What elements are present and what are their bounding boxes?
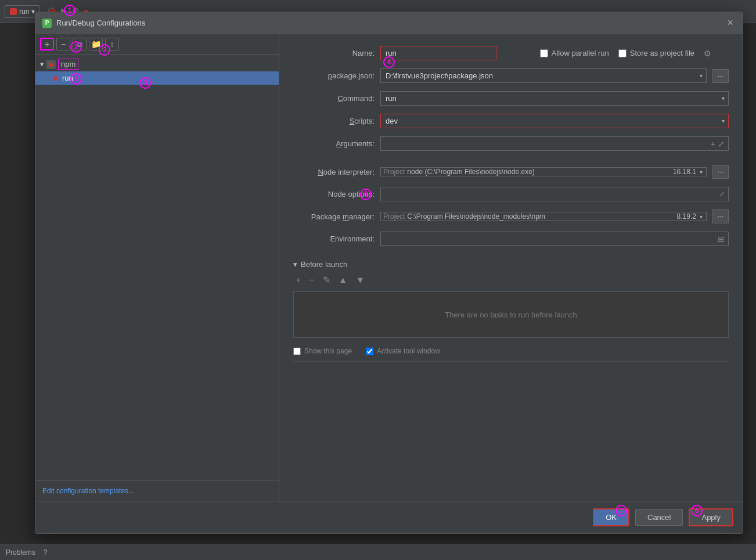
env-input-wrapper: ⊞ [380,232,729,246]
name-label: Name: [293,49,375,57]
environment-input[interactable] [381,232,714,245]
store-as-project-checkbox[interactable] [618,49,627,57]
left-panel: + − ⧉ 📁 ↕ 2 ▾ ▶ npm ▶ run [35,34,279,501]
checkbox-area: Allow parallel run Store as project file… [540,49,711,58]
package-manager-browse-button[interactable]: ··· [712,209,729,223]
before-launch-empty: There are no tasks to run before launch [293,291,729,338]
node-options-input[interactable] [381,187,716,201]
node-interpreter-tag: Project [381,168,407,176]
command-select-wrapper: run ▾ [380,91,729,106]
package-manager-arrow: ▾ [696,214,706,220]
node-options-expand-icon: ⤢ [716,190,728,198]
environment-icon: ⊞ [714,234,728,244]
edit-templates-link[interactable]: Edit configuration templates... [35,480,279,501]
tree-group-npm[interactable]: ▾ ▶ npm [35,57,279,71]
before-launch-add-button[interactable]: + [293,274,303,287]
bottom-options: Show this page Activate tool window [293,347,729,362]
allow-parallel-label[interactable]: Allow parallel run [540,49,609,57]
cancel-button[interactable]: Cancel [635,509,683,526]
before-launch-edit-button[interactable]: ✎ [321,273,333,287]
dialog-footer: OK Cancel Apply [35,501,743,533]
run-debug-dialog: P Run/Debug Configurations × + − ⧉ 📁 ↕ 2… [35,12,743,534]
package-json-select-wrapper: D:\firstvue3project\package.json ▾ [380,68,707,83]
package-manager-version: 8.19.2 [677,212,696,221]
scripts-input[interactable] [381,114,718,128]
node-options-wrapper: ⤢ [380,187,729,201]
right-panel: Name: Allow parallel run Store as projec… [279,34,743,501]
node-interpreter-browse-button[interactable]: ··· [712,165,729,179]
command-arrow: ▾ [718,95,728,102]
package-manager-row: Package manager: Project C:\Program File… [293,209,729,223]
before-launch-down-button[interactable]: ▼ [354,274,368,287]
environment-row: Environment: ⊞ [293,232,729,246]
config-tree: ▾ ▶ npm ▶ run 3 [35,55,279,480]
show-page-label[interactable]: Show this page [293,347,352,355]
sort-config-button[interactable]: ↕ [105,38,119,50]
node-interpreter-row: Node interpreter: Project node (C:\Progr… [293,165,729,179]
name-row: Name: Allow parallel run Store as projec… [293,46,729,60]
show-page-checkbox[interactable] [293,348,301,355]
ok-button[interactable]: OK [593,508,629,526]
node-interpreter-label: Node interpreter: [293,168,375,176]
scripts-label: Scripts: [293,117,375,125]
node-interpreter-path: node (C:\Program Files\nodejs\node.exe) [407,168,673,176]
activate-tool-label[interactable]: Activate tool window [366,347,440,355]
before-launch-remove-button[interactable]: − [307,274,316,287]
before-launch-up-button[interactable]: ▲ [336,274,350,287]
run-label: run [19,8,29,16]
package-manager-label: Package manager: [293,212,375,221]
package-manager-select-wrapper: Project C:\Program Files\nodejs\node_mod… [380,212,707,221]
tree-item-label: run [62,74,73,82]
tree-collapse-icon: ▾ [40,60,44,68]
add-config-button[interactable]: + [40,38,54,50]
apply-button[interactable]: Apply [689,508,733,526]
dialog-title: Run/Debug Configurations [56,19,725,27]
before-launch-toolbar: + − ✎ ▲ ▼ [293,273,729,287]
close-button[interactable]: × [725,17,736,29]
tree-item-icon: ▶ [54,74,59,82]
node-interpreter-arrow: ▾ [696,169,706,175]
arguments-label: Arguments: [293,139,375,148]
dialog-body: + − ⧉ 📁 ↕ 2 ▾ ▶ npm ▶ run [35,34,743,501]
help-icon[interactable]: ? [44,548,48,557]
before-launch-arrow: ▾ [293,260,297,269]
environment-label: Environment: [293,234,375,243]
command-row: Command: run ▾ [293,91,729,106]
problems-tab[interactable]: Problems [6,548,35,557]
tree-group-label: npm [58,59,78,70]
package-json-label: package.json: [293,71,375,80]
name-input[interactable] [380,46,496,60]
package-json-browse-button[interactable]: ··· [712,69,729,83]
before-launch-section: ▾ Before launch + − ✎ ▲ ▼ There are no t… [293,260,729,338]
node-interpreter-version: 16.18.1 [673,168,696,176]
remove-config-button[interactable]: − [56,38,70,50]
allow-parallel-checkbox[interactable] [540,49,548,57]
package-json-select[interactable]: D:\firstvue3project\package.json [381,69,696,82]
dialog-icon: P [42,19,52,28]
arguments-row: Arguments: + ⤢ [293,136,729,151]
command-label: Command: [293,94,375,103]
before-launch-header: ▾ Before launch [293,260,729,269]
command-select[interactable]: run [381,92,718,105]
args-icons: + ⤢ [707,139,728,149]
settings-gear-icon: ⚙ [704,49,711,58]
arguments-input[interactable] [381,137,707,150]
store-as-project-label[interactable]: Store as project file [618,49,694,57]
tree-item-run[interactable]: ▶ run [35,71,279,85]
npm-icon: ▶ [46,60,56,69]
scripts-row: Scripts: ▾ [293,114,729,128]
before-launch-label: Before launch [301,260,347,269]
args-add-icon: + [711,139,715,149]
before-launch-empty-text: There are no tasks to run before launch [445,310,577,319]
activate-tool-checkbox[interactable] [366,348,373,355]
package-manager-tag: Project [381,212,407,221]
scripts-arrow: ▾ [718,118,728,124]
folder-config-button[interactable]: 📁 [89,38,103,50]
copy-config-button[interactable]: ⧉ [73,38,87,50]
dialog-title-bar: P Run/Debug Configurations × [35,12,743,34]
node-options-label: Node options: [293,190,375,198]
scripts-input-wrapper: ▾ [380,114,729,128]
args-input-wrapper: + ⤢ [380,136,729,151]
package-json-arrow: ▾ [696,73,706,79]
run-icon [10,8,17,15]
